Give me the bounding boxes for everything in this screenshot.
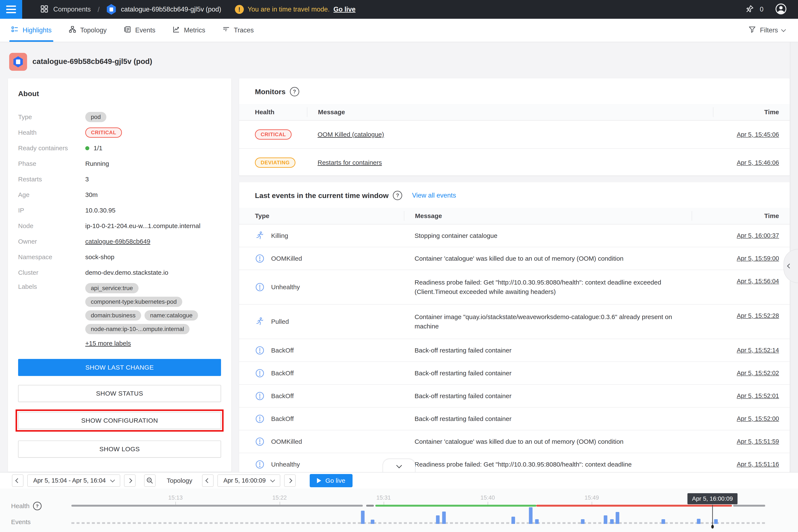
monitor-message[interactable]: OOM Killed (catalogue) bbox=[307, 130, 713, 139]
events-baseline bbox=[71, 522, 765, 524]
timeline-section: Health ? Events 15:1315:2215:3115:4015:4… bbox=[0, 489, 798, 532]
event-count-bar[interactable] bbox=[604, 515, 607, 524]
pin-icon[interactable] bbox=[745, 4, 754, 15]
monitor-time[interactable]: Apr 5, 15:46:06 bbox=[713, 159, 790, 166]
event-count-bar[interactable] bbox=[581, 519, 585, 524]
monitor-message[interactable]: Restarts for containers bbox=[307, 158, 713, 167]
health-segment-unknown[interactable] bbox=[71, 505, 363, 507]
event-type-cell: BackOff bbox=[239, 391, 404, 401]
tab-label: Events bbox=[135, 26, 155, 34]
about-heading: About bbox=[18, 90, 221, 98]
event-time[interactable]: Apr 5, 16:00:37 bbox=[692, 232, 790, 239]
column-header-type: Type bbox=[239, 211, 404, 221]
go-live-link[interactable]: Go live bbox=[334, 5, 356, 13]
event-count-bar[interactable] bbox=[361, 511, 365, 524]
event-type-label: Killing bbox=[271, 232, 288, 239]
entity-type-icon bbox=[9, 53, 27, 71]
go-live-label: Go live bbox=[325, 477, 345, 484]
go-live-button[interactable]: Go live bbox=[310, 474, 353, 487]
event-row: UnhealthyReadiness probe failed: Get "ht… bbox=[239, 453, 790, 472]
owner-link[interactable]: catalogue-69b58cb649 bbox=[85, 238, 150, 245]
event-type-cell: BackOff bbox=[239, 345, 404, 355]
show-last-change-button[interactable]: SHOW LAST CHANGE bbox=[18, 359, 221, 376]
breadcrumb-entity[interactable]: catalogue-69b58cb649-gjl5v (pod) bbox=[121, 5, 221, 13]
chevron-down-icon bbox=[110, 477, 115, 482]
about-field-node: Nodeip-10-0-21-204.eu-w...1.compute.inte… bbox=[18, 221, 221, 231]
health-status-badge: DEVIATING bbox=[255, 157, 296, 168]
event-message: Container 'catalogue' was killed due to … bbox=[404, 254, 692, 263]
tab-metrics[interactable]: Metrics bbox=[171, 19, 207, 42]
event-type-label: Pulled bbox=[271, 318, 289, 325]
topology-icon bbox=[69, 25, 76, 35]
health-segment-healthy[interactable] bbox=[375, 505, 536, 507]
show-status-button[interactable]: SHOW STATUS bbox=[18, 385, 221, 402]
event-count-bar[interactable] bbox=[535, 519, 539, 524]
event-count-bar[interactable] bbox=[529, 507, 532, 524]
chevron-down-icon bbox=[396, 462, 402, 468]
event-time[interactable]: Apr 5, 15:51:59 bbox=[692, 438, 790, 445]
health-segment-unknown[interactable] bbox=[733, 505, 765, 507]
event-time[interactable]: Apr 5, 15:52:00 bbox=[692, 415, 790, 422]
event-time[interactable]: Apr 5, 15:56:04 bbox=[692, 270, 790, 285]
breadcrumb-separator: / bbox=[98, 5, 99, 14]
event-time[interactable]: Apr 5, 15:51:16 bbox=[692, 461, 790, 468]
breadcrumb-components[interactable]: Components bbox=[53, 5, 91, 13]
event-count-bar[interactable] bbox=[714, 519, 718, 524]
show-logs-button[interactable]: SHOW LOGS bbox=[18, 440, 221, 458]
event-count-bar[interactable] bbox=[615, 512, 619, 524]
event-time[interactable]: Apr 5, 15:52:01 bbox=[692, 393, 790, 399]
event-count-bar[interactable] bbox=[442, 512, 446, 524]
more-labels-link[interactable]: +15 more labels bbox=[85, 340, 221, 347]
tab-traces[interactable]: Traces bbox=[221, 19, 255, 42]
hamburger-menu-icon[interactable] bbox=[0, 0, 22, 19]
event-time[interactable]: Apr 5, 15:52:28 bbox=[692, 305, 790, 319]
alert-circle-icon bbox=[255, 414, 265, 424]
event-message: Back-off restarting failed container bbox=[404, 346, 692, 355]
topology-prev-button[interactable] bbox=[202, 474, 213, 487]
alert-circle-icon bbox=[255, 345, 265, 355]
health-segment-critical[interactable] bbox=[536, 505, 732, 507]
avatar-icon[interactable] bbox=[775, 3, 787, 16]
field-label: Owner bbox=[18, 238, 85, 245]
monitor-row: CRITICALOOM Killed (catalogue)Apr 5, 15:… bbox=[239, 121, 790, 149]
health-status-badge: CRITICAL bbox=[85, 128, 122, 138]
topology-time-dropdown[interactable]: Apr 5, 16:00:09 bbox=[217, 474, 280, 487]
filters-button[interactable]: Filters bbox=[748, 19, 798, 42]
event-count-bar[interactable] bbox=[436, 515, 439, 524]
current-time-marker[interactable] bbox=[712, 505, 713, 526]
field-value: 30m bbox=[85, 191, 98, 198]
event-count-bar[interactable] bbox=[697, 519, 700, 524]
tab-highlights[interactable]: Highlights bbox=[10, 19, 53, 42]
events-panel: Last events in the current time window ?… bbox=[239, 182, 790, 472]
question-icon[interactable]: ? bbox=[33, 502, 41, 510]
current-time-marker-dot[interactable] bbox=[711, 525, 714, 529]
question-icon[interactable]: ? bbox=[290, 87, 299, 96]
tab-topology[interactable]: Topology bbox=[67, 19, 108, 42]
tab-events[interactable]: Events bbox=[122, 19, 157, 42]
question-icon[interactable]: ? bbox=[393, 191, 402, 200]
event-time[interactable]: Apr 5, 15:52:02 bbox=[692, 369, 790, 377]
expand-events-button[interactable] bbox=[383, 459, 415, 473]
monitor-time[interactable]: Apr 5, 15:45:06 bbox=[713, 131, 790, 138]
event-count-bar[interactable] bbox=[610, 519, 614, 524]
event-count-bar[interactable] bbox=[661, 519, 665, 524]
show-configuration-button[interactable]: SHOW CONFIGURATION bbox=[18, 412, 221, 429]
range-next-button[interactable] bbox=[124, 474, 136, 487]
time-range-dropdown[interactable]: Apr 5, 15:04 - Apr 5, 16:04 bbox=[27, 474, 120, 487]
zoom-out-button[interactable] bbox=[144, 474, 156, 487]
timeline-plot[interactable]: 15:1315:2215:3115:4015:49Apr 5, 16:00:09 bbox=[71, 489, 765, 532]
alert-circle-icon bbox=[255, 368, 265, 378]
event-time[interactable]: Apr 5, 15:59:00 bbox=[692, 255, 790, 262]
event-count-bar[interactable] bbox=[370, 520, 374, 524]
runner-icon bbox=[255, 231, 265, 241]
event-time[interactable]: Apr 5, 15:52:14 bbox=[692, 347, 790, 354]
view-all-events-link[interactable]: View all events bbox=[412, 192, 456, 199]
topology-next-button[interactable] bbox=[284, 474, 296, 487]
label-pill: component-type:kubernetes-pod bbox=[85, 297, 182, 307]
event-type-label: OOMKilled bbox=[271, 255, 302, 262]
column-header-message: Message bbox=[307, 107, 713, 117]
range-prev-button[interactable] bbox=[12, 474, 23, 487]
event-row: BackOffBack-off restarting failed contai… bbox=[239, 362, 790, 385]
health-segment-unknown-dash[interactable] bbox=[366, 505, 374, 507]
event-count-bar[interactable] bbox=[512, 517, 515, 524]
